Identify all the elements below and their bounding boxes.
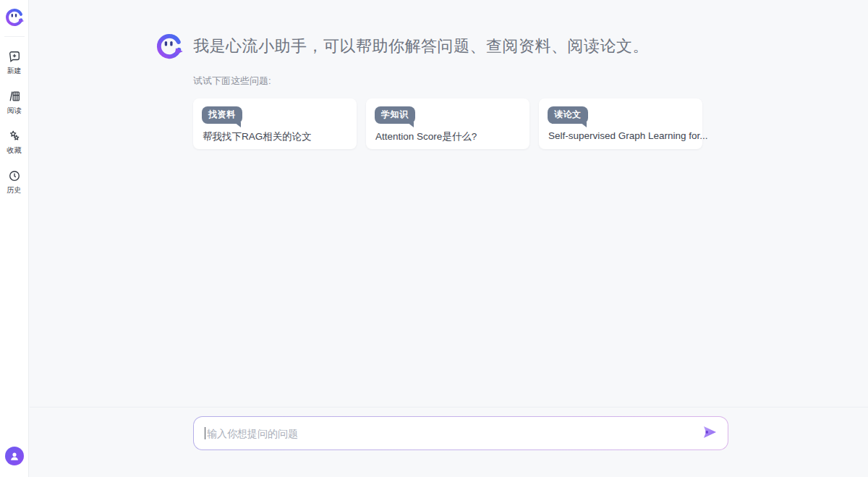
app-logo-icon[interactable] — [4, 7, 25, 28]
suggestion-question: 帮我找下RAG相关的论文 — [203, 130, 312, 143]
chat-input-container — [193, 416, 728, 450]
suggestion-card-learn-knowledge[interactable]: 学知识 Attention Score是什么? — [366, 98, 529, 149]
badge-find-papers: 找资料 — [202, 106, 242, 124]
sidebar-item-label: 历史 — [7, 185, 22, 195]
suggestion-card-read-paper[interactable]: 读论文 Self-supervised Graph Learning for..… — [539, 98, 702, 149]
sidebar-item-label: 收藏 — [7, 145, 22, 156]
favorites-icon — [8, 130, 21, 143]
sidebar-nav: 新建 阅读 收藏 — [7, 48, 22, 208]
sidebar-item-new-chat[interactable]: 新建 — [7, 48, 22, 77]
suggestion-question: Attention Score是什么? — [375, 130, 477, 143]
sidebar-item-label: 新建 — [7, 66, 22, 76]
sidebar-item-favorites[interactable]: 收藏 — [7, 128, 22, 157]
sidebar-item-reading[interactable]: 阅读 — [7, 88, 22, 117]
main-area: 我是心流小助手，可以帮助你解答问题、查阅资料、阅读论文。 试试下面这些问题: 找… — [30, 0, 868, 477]
reading-icon — [8, 90, 21, 103]
suggestion-question: Self-supervised Graph Learning for... — [548, 130, 708, 141]
suggestion-cards: 找资料 帮我找下RAG相关的论文 学知识 Attention Score是什么?… — [193, 98, 712, 149]
sidebar-divider — [4, 36, 25, 37]
sidebar-item-history[interactable]: 历史 — [7, 168, 22, 197]
new-chat-icon — [8, 50, 21, 63]
sidebar: 新建 阅读 收藏 — [0, 0, 29, 477]
badge-learn-knowledge: 学知识 — [375, 106, 415, 124]
question-input[interactable] — [205, 417, 700, 449]
suggestion-card-find-papers[interactable]: 找资料 帮我找下RAG相关的论文 — [193, 98, 357, 149]
assistant-logo-icon — [155, 32, 184, 61]
footer-divider — [30, 407, 868, 408]
greeting: 我是心流小助手，可以帮助你解答问题、查阅资料、阅读论文。 — [155, 32, 649, 61]
history-icon — [8, 169, 21, 182]
send-button[interactable] — [700, 424, 719, 443]
badge-read-paper: 读论文 — [548, 106, 588, 124]
greeting-title: 我是心流小助手，可以帮助你解答问题、查阅资料、阅读论文。 — [193, 35, 649, 57]
suggestions-subtitle: 试试下面这些问题: — [193, 75, 271, 88]
send-icon — [701, 423, 718, 443]
sidebar-item-label: 阅读 — [7, 106, 22, 116]
user-avatar[interactable] — [5, 447, 24, 465]
